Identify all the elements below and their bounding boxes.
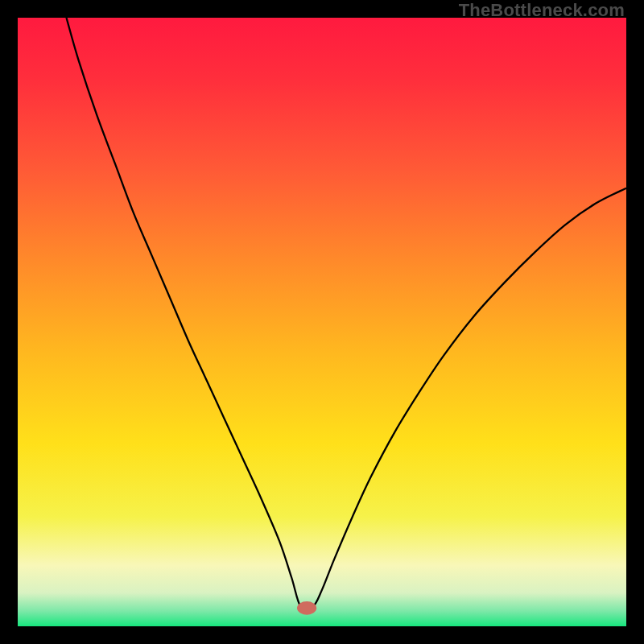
watermark-text: TheBottleneck.com bbox=[459, 0, 625, 21]
optimum-marker bbox=[297, 601, 316, 615]
bottleneck-chart bbox=[18, 18, 626, 626]
chart-frame bbox=[18, 18, 626, 626]
gradient-background bbox=[18, 18, 626, 626]
